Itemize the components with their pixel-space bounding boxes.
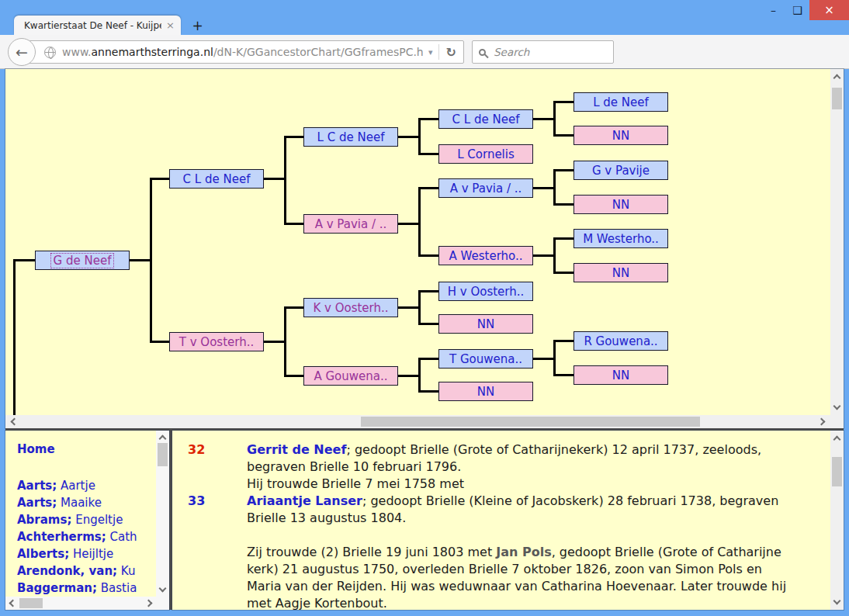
tree-connector <box>284 136 286 225</box>
index-vscrollbar[interactable] <box>156 431 169 597</box>
person-link[interactable]: C L de Neef <box>452 112 520 126</box>
chart-hscroll-thumb[interactable] <box>361 417 700 427</box>
given-name: Engeltje <box>71 513 123 527</box>
person-link[interactable]: K v Oosterh.. <box>313 301 388 315</box>
person-box[interactable]: A Gouwena.. <box>303 366 398 386</box>
person-link[interactable]: M Westerho.. <box>583 232 659 246</box>
surname-entries: Aarts; AartjeAarts; MaaikeAbrams; Engelt… <box>17 477 169 597</box>
person-link[interactable]: L Cornelis <box>457 147 515 161</box>
tree-connector <box>284 375 303 377</box>
index-vscroll-thumb[interactable] <box>158 443 168 466</box>
url-input[interactable]: www.annemarthsterringa.nl/dN-K/GGancesto… <box>22 40 464 64</box>
surname-link[interactable]: Aarts; Aartje <box>17 477 169 494</box>
tree-connector <box>264 178 286 180</box>
tree-connector <box>150 178 152 343</box>
given-name: Bastia <box>97 581 137 595</box>
browser-tab[interactable]: Kwartierstaat De Neef - Kuijper × <box>14 16 181 35</box>
close-button[interactable]: × <box>809 0 849 20</box>
person-link[interactable]: T v Oosterh.. <box>179 335 254 349</box>
reload-icon[interactable]: ↻ <box>439 45 463 60</box>
person-box[interactable]: G v Pavije <box>574 161 668 180</box>
person-link[interactable]: L de Neef <box>593 95 649 109</box>
person-link[interactable]: R Gouwena.. <box>584 334 657 348</box>
search-box[interactable] <box>472 40 614 64</box>
details-vscrollbar[interactable] <box>830 431 844 610</box>
person-link[interactable]: C L de Neef <box>183 172 251 186</box>
tree-connector <box>418 358 438 360</box>
surname-link[interactable]: Alberts; Heijltje <box>17 545 169 562</box>
person-box[interactable]: NN <box>574 195 668 214</box>
details-vscroll-thumb[interactable] <box>832 457 842 486</box>
person-link[interactable]: A Gouwena.. <box>314 369 387 383</box>
tree-connector <box>418 187 421 257</box>
person-link[interactable]: NN <box>612 369 629 382</box>
tab-close-icon[interactable]: × <box>166 19 175 31</box>
person-box[interactable]: A Westerho.. <box>438 246 533 265</box>
person-link[interactable]: NN <box>612 129 629 143</box>
person-box[interactable]: NN <box>574 263 668 282</box>
person-details: 32Gerrit de Neef; gedoopt Brielle (Grote… <box>172 431 844 610</box>
tree-connector <box>418 290 438 292</box>
person-box[interactable]: L C de Neef <box>303 127 398 147</box>
person-box[interactable]: L Cornelis <box>438 144 533 164</box>
person-box[interactable]: NN <box>574 365 668 385</box>
scroll-corner <box>156 597 169 610</box>
person-box[interactable]: T v Oosterh.. <box>169 332 264 351</box>
person-box[interactable]: C L de Neef <box>169 169 264 189</box>
person-link[interactable]: G v Pavije <box>592 164 650 178</box>
person-link[interactable]: G de Neef <box>51 254 114 268</box>
person-box[interactable]: M Westerho.. <box>574 229 668 248</box>
surname-link[interactable]: Arendonk, van; Ku <box>17 562 169 580</box>
person-box[interactable]: A v Pavia / .. <box>303 214 398 234</box>
person-link[interactable]: NN <box>612 198 629 212</box>
maximize-button[interactable]: ❑ <box>785 0 809 20</box>
back-button[interactable]: ← <box>8 38 36 66</box>
surname-bold: Achterherms; <box>17 530 106 544</box>
person-box[interactable]: L de Neef <box>574 92 668 112</box>
given-name: Heijltje <box>69 547 113 561</box>
new-tab-button[interactable]: + <box>187 18 208 34</box>
person-name-link[interactable]: Ariaantje Lanser <box>247 493 362 508</box>
person-link[interactable]: NN <box>612 266 629 280</box>
surname-link[interactable]: Aarts; Maaike <box>17 494 169 511</box>
person-box[interactable]: NN <box>438 314 533 334</box>
url-dropdown-icon[interactable]: ▾ <box>423 47 438 57</box>
person-link[interactable]: H v Oosterh.. <box>448 285 525 299</box>
index-hscrollbar[interactable] <box>5 597 156 610</box>
person-name-link[interactable]: Gerrit de Neef <box>247 442 346 457</box>
tree-connector <box>398 223 421 225</box>
person-box[interactable]: R Gouwena.. <box>574 331 668 351</box>
tree-connector <box>150 341 169 343</box>
chart-vscroll-thumb[interactable] <box>832 88 842 109</box>
person-box[interactable]: T Gouwena.. <box>438 349 533 369</box>
person-link[interactable]: A v Pavia / .. <box>315 217 387 231</box>
person-box[interactable]: A v Pavia / .. <box>438 178 533 198</box>
person-box[interactable]: NN <box>438 382 533 401</box>
details-row: Zij trouwde (2) Brielle 19 juni 1803 met… <box>172 544 844 610</box>
person-box[interactable]: C L de Neef <box>438 109 533 129</box>
person-box[interactable]: NN <box>574 126 668 145</box>
person-box[interactable]: K v Oosterh.. <box>303 298 398 317</box>
person-box[interactable]: H v Oosterh.. <box>438 282 533 301</box>
surname-link[interactable]: Baggerman; Bastia <box>17 580 169 597</box>
index-hscroll-thumb[interactable] <box>19 598 43 608</box>
person-box[interactable]: G de Neef <box>35 251 130 270</box>
person-text: Gerrit de Neef; gedoopt Brielle (Grote o… <box>247 441 795 493</box>
home-link[interactable]: Home <box>17 440 55 459</box>
tree-connector <box>418 290 421 325</box>
surname-link[interactable]: Abrams; Engeltje <box>17 511 169 528</box>
person-link[interactable]: T Gouwena.. <box>449 352 522 366</box>
search-input[interactable] <box>492 43 628 61</box>
person-link[interactable]: A v Pavia / .. <box>450 182 522 196</box>
surname-index: Home Aarts; AartjeAarts; MaaikeAbrams; E… <box>5 431 169 597</box>
tree-connector <box>553 203 574 206</box>
person-link[interactable]: A Westerho.. <box>449 249 523 263</box>
minimize-button[interactable]: – <box>761 0 785 20</box>
person-link[interactable]: L C de Neef <box>317 130 385 144</box>
person-link[interactable]: NN <box>477 317 494 331</box>
surname-link[interactable]: Achterherms; Cath <box>17 528 169 545</box>
person-number: 33 <box>172 493 247 527</box>
chart-hscrollbar[interactable] <box>5 415 830 428</box>
person-link[interactable]: NN <box>477 385 494 399</box>
chart-vscrollbar[interactable] <box>830 69 844 415</box>
